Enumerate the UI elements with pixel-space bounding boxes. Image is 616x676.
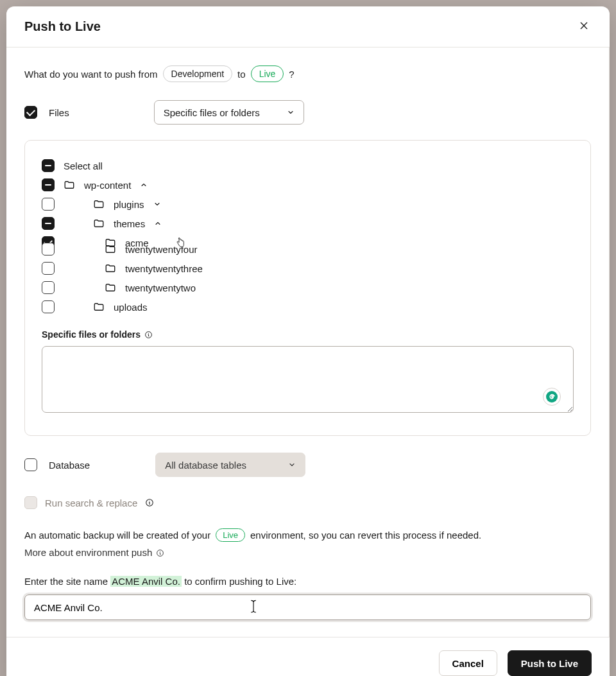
- modal-title: Push to Live: [24, 19, 101, 34]
- cancel-button[interactable]: Cancel: [439, 650, 497, 676]
- database-label: Database: [49, 460, 90, 471]
- modal-header: Push to Live: [6, 6, 610, 48]
- question-prefix: What do you want to push from: [24, 69, 158, 80]
- backup-notice: An automatic backup will be created of y…: [24, 528, 591, 558]
- select-all-label: Select all: [64, 160, 103, 171]
- tree-select-all: Select all: [42, 156, 574, 175]
- specific-files-label: Specific files or folders: [42, 329, 574, 340]
- more-about-push-link[interactable]: More about environment push: [24, 547, 164, 558]
- files-scope-select[interactable]: Specific files or folders: [154, 100, 304, 125]
- from-env-pill: Development: [163, 65, 233, 82]
- tree-node-plugins: plugins: [42, 195, 574, 214]
- question-to: to: [237, 69, 246, 80]
- database-scope-select: All database tables: [155, 453, 305, 477]
- themes-checkbox[interactable]: [42, 217, 55, 230]
- folder-icon: [93, 198, 105, 210]
- tree-node-twentytwentyfour: twentytwentyfour: [42, 239, 574, 259]
- info-icon[interactable]: [144, 331, 153, 339]
- tree-node-themes: themes: [42, 214, 574, 233]
- push-to-live-button[interactable]: Push to Live: [508, 650, 592, 676]
- chevron-down-icon: [288, 461, 296, 469]
- search-replace-label: Run search & replace: [45, 498, 137, 508]
- themes-label: themes: [114, 218, 145, 229]
- database-row: Database All database tables: [24, 453, 591, 477]
- uploads-checkbox[interactable]: [42, 300, 55, 313]
- info-icon[interactable]: [145, 498, 154, 507]
- specific-files-textarea[interactable]: [42, 346, 574, 413]
- folder-icon: [105, 263, 116, 274]
- tree-node-uploads: uploads: [42, 297, 574, 316]
- folder-icon: [105, 243, 116, 255]
- question-suffix: ?: [289, 69, 294, 80]
- search-replace-row: Run search & replace: [24, 496, 591, 509]
- tree-node-twentytwentythree: twentytwentythree: [42, 259, 574, 278]
- files-label: Files: [49, 107, 69, 118]
- plugins-label: plugins: [114, 199, 144, 210]
- select-all-checkbox[interactable]: [42, 159, 55, 172]
- confirm-suffix: to confirm pushing to Live:: [184, 576, 296, 587]
- info-icon: [156, 549, 164, 557]
- chevron-up-icon[interactable]: [154, 220, 162, 227]
- specific-files-label-text: Specific files or folders: [42, 329, 141, 340]
- push-to-live-modal: Push to Live What do you want to push fr…: [6, 6, 610, 676]
- modal-footer: Cancel Push to Live: [6, 637, 610, 676]
- wp-content-checkbox[interactable]: [42, 178, 55, 191]
- tree-node-wp-content: wp-content: [42, 175, 574, 195]
- plugins-checkbox[interactable]: [42, 198, 55, 211]
- database-scope-value: All database tables: [165, 460, 246, 471]
- file-tree-container: Select all wp-content plugins themes: [24, 140, 591, 436]
- wp-content-label: wp-content: [84, 180, 131, 191]
- chevron-down-icon: [287, 108, 295, 116]
- modal-body: What do you want to push from Developmen…: [6, 48, 610, 637]
- chevron-down-icon[interactable]: [153, 200, 161, 208]
- confirm-prefix: Enter the site name: [24, 576, 108, 587]
- folder-icon: [105, 282, 116, 293]
- close-icon: [579, 21, 589, 31]
- twentytwentythree-checkbox[interactable]: [42, 262, 55, 275]
- backup-prefix: An automatic backup will be created of y…: [24, 530, 210, 541]
- backup-suffix: environment, so you can revert this proc…: [250, 530, 481, 541]
- files-checkbox[interactable]: [24, 106, 37, 119]
- uploads-label: uploads: [114, 302, 148, 313]
- confirm-input-wrap: [24, 594, 591, 620]
- twentytwentyfour-label: twentytwentyfour: [125, 244, 198, 255]
- chevron-up-icon[interactable]: [140, 181, 148, 189]
- folder-icon: [93, 301, 105, 313]
- confirm-site-name: ACME Anvil Co.: [110, 576, 182, 587]
- twentytwentyfour-checkbox[interactable]: [42, 243, 55, 256]
- push-question: What do you want to push from Developmen…: [24, 65, 591, 82]
- confirm-instruction: Enter the site name ACME Anvil Co. to co…: [24, 576, 591, 587]
- twentytwentytwo-checkbox[interactable]: [42, 281, 55, 294]
- database-checkbox[interactable]: [24, 458, 37, 471]
- grammarly-badge-icon: [543, 388, 561, 406]
- close-button[interactable]: [576, 18, 592, 35]
- backup-env-pill: Live: [216, 528, 245, 542]
- confirm-site-name-input[interactable]: [26, 596, 589, 618]
- files-row: Files Specific files or folders: [24, 100, 591, 125]
- tree-node-twentytwentytwo: twentytwentytwo: [42, 278, 574, 297]
- folder-icon: [64, 179, 75, 191]
- search-replace-checkbox: [24, 496, 37, 509]
- to-env-pill: Live: [251, 65, 284, 82]
- twentytwentytwo-label: twentytwentytwo: [125, 282, 196, 293]
- folder-icon: [93, 218, 105, 229]
- files-scope-value: Specific files or folders: [164, 107, 260, 118]
- twentytwentythree-label: twentytwentythree: [125, 263, 203, 274]
